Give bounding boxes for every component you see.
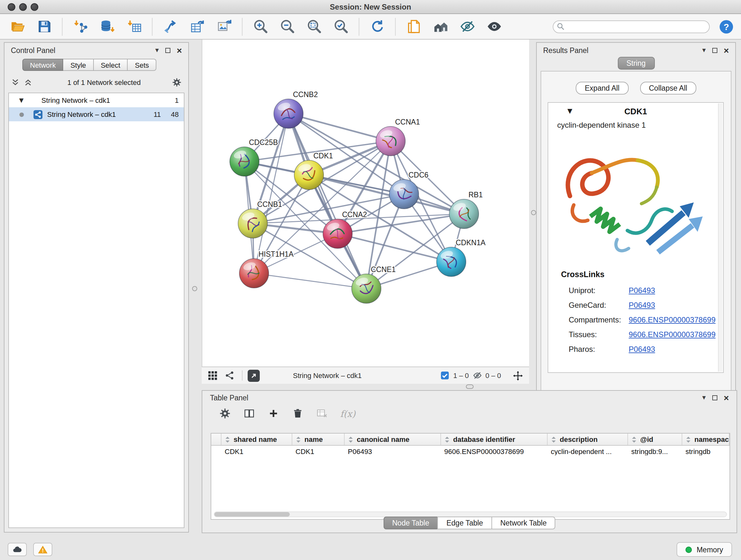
show-details-button[interactable] bbox=[484, 16, 504, 37]
search-input[interactable] bbox=[553, 20, 710, 33]
zoom-selected-button[interactable] bbox=[331, 16, 351, 37]
network-graph[interactable]: CCNB2CCNA1CDC25BCDK1CDC6RB1CCNB1CCNA2CDK… bbox=[202, 40, 530, 367]
hidden-count: 0 – 0 bbox=[485, 372, 501, 379]
network-node-RB1[interactable]: RB1 bbox=[449, 191, 483, 229]
network-view[interactable]: CCNB2CCNA1CDC25BCDK1CDC6RB1CCNB1CCNA2CDK… bbox=[202, 40, 529, 367]
close-window-button[interactable] bbox=[8, 3, 15, 11]
tab-node-table[interactable]: Node Table bbox=[383, 516, 438, 530]
cloud-button[interactable] bbox=[8, 543, 27, 556]
left-splitter-handle[interactable] bbox=[192, 286, 197, 291]
open-session-button[interactable] bbox=[7, 16, 27, 37]
column-header[interactable]: canonical name bbox=[345, 434, 441, 445]
column-header[interactable]: shared name bbox=[221, 434, 292, 445]
network-share-icon[interactable] bbox=[225, 370, 235, 381]
crosslink-value-link[interactable]: P06493 bbox=[629, 300, 655, 309]
crosslink-row: GeneCard:P06493 bbox=[569, 298, 723, 312]
column-header[interactable]: description bbox=[548, 434, 628, 445]
float-panel-icon[interactable] bbox=[165, 48, 171, 53]
card-scrollbar[interactable] bbox=[718, 104, 723, 372]
tab-network-table[interactable]: Network Table bbox=[491, 516, 556, 530]
zoom-fit-button[interactable] bbox=[304, 16, 324, 37]
minimize-window-button[interactable] bbox=[19, 3, 27, 11]
right-splitter-handle[interactable] bbox=[531, 210, 536, 215]
zoom-out-button[interactable] bbox=[277, 16, 297, 37]
network-node-CCNA1[interactable]: CCNA1 bbox=[376, 118, 420, 156]
network-node-CDKN1A[interactable]: CDKN1A bbox=[436, 239, 486, 276]
import-network-file-button[interactable] bbox=[70, 16, 91, 37]
column-header[interactable]: database identifier bbox=[441, 434, 548, 445]
collapse-all-icon[interactable] bbox=[11, 78, 20, 87]
zoom-window-button[interactable] bbox=[30, 3, 38, 11]
close-panel-icon[interactable]: × bbox=[724, 47, 729, 54]
add-column-icon[interactable] bbox=[267, 408, 280, 420]
pan-crosshair-icon[interactable] bbox=[513, 370, 523, 381]
gear-icon[interactable] bbox=[172, 77, 182, 87]
save-session-button[interactable] bbox=[34, 16, 54, 37]
warnings-button[interactable] bbox=[33, 543, 52, 556]
expand-all-icon[interactable] bbox=[23, 78, 32, 87]
network-row[interactable]: ● String Network – cdk1 11 48 bbox=[9, 107, 184, 121]
tab-string[interactable]: String bbox=[617, 57, 655, 70]
column-header[interactable]: namespac bbox=[682, 434, 730, 445]
crosslink-value-link[interactable]: P06493 bbox=[629, 345, 655, 354]
network-collection-row[interactable]: ▼ String Network – cdk1 1 bbox=[9, 93, 184, 107]
column-header[interactable]: name bbox=[292, 434, 345, 445]
card-expander-icon[interactable]: ▼ bbox=[567, 107, 572, 114]
table-row[interactable]: CDK1CDK1P064939606.ENSP00000378699cyclin… bbox=[211, 446, 730, 456]
export-table-button[interactable] bbox=[187, 16, 207, 37]
crosslink-value-link[interactable]: 9606.ENSP00000378699 bbox=[629, 330, 716, 339]
hidden-eye-icon[interactable] bbox=[473, 371, 482, 380]
new-network-from-selection-button[interactable] bbox=[160, 16, 181, 37]
close-panel-icon[interactable]: × bbox=[724, 395, 729, 401]
column-header[interactable]: @id bbox=[628, 434, 682, 445]
import-network-database-button[interactable] bbox=[97, 16, 118, 37]
collection-label: String Network – cdk1 bbox=[42, 97, 110, 104]
tab-network[interactable]: Network bbox=[22, 59, 64, 71]
memory-button[interactable]: Memory bbox=[677, 542, 732, 557]
network-node-CDK1[interactable]: CDK1 bbox=[294, 152, 333, 190]
open-in-new-button[interactable] bbox=[248, 369, 260, 381]
network-node-CCNB2[interactable]: CCNB2 bbox=[274, 90, 318, 128]
float-panel-icon[interactable] bbox=[712, 48, 718, 53]
current-network-name: String Network – cdk1 bbox=[293, 372, 361, 379]
tab-style[interactable]: Style bbox=[64, 59, 94, 71]
delete-column-icon[interactable] bbox=[292, 408, 304, 420]
svg-text:CDKN1A: CDKN1A bbox=[456, 239, 486, 247]
float-panel-icon[interactable] bbox=[712, 395, 718, 400]
scrollbar-thumb[interactable] bbox=[214, 512, 290, 516]
protein-description: cyclin-dependent kinase 1 bbox=[557, 121, 723, 130]
toolbar-separator bbox=[242, 370, 243, 381]
selected-checkbox-icon[interactable] bbox=[441, 371, 449, 380]
horizontal-splitter-handle[interactable] bbox=[466, 384, 474, 389]
import-table-button[interactable] bbox=[124, 16, 144, 37]
toolbar-separator bbox=[395, 17, 396, 36]
memory-label: Memory bbox=[697, 546, 723, 553]
crosslink-value-link[interactable]: 9606.ENSP00000378699 bbox=[629, 315, 716, 324]
network-node-HIST1H1A[interactable]: HIST1H1A bbox=[239, 250, 294, 288]
function-builder-icon: f(x) bbox=[340, 408, 355, 419]
crosslink-value-link[interactable]: P06493 bbox=[629, 286, 655, 295]
panel-menu-icon[interactable]: ▾ bbox=[155, 47, 159, 54]
documents-button[interactable] bbox=[403, 16, 424, 37]
table-settings-gear-icon[interactable] bbox=[219, 408, 231, 420]
delete-table-icon-disabled bbox=[316, 408, 328, 420]
show-columns-icon[interactable] bbox=[243, 408, 255, 420]
tab-select[interactable]: Select bbox=[94, 59, 128, 71]
tree-expander-icon[interactable]: ▼ bbox=[19, 97, 23, 104]
panel-menu-icon[interactable]: ▾ bbox=[702, 395, 706, 401]
expand-all-button[interactable]: Expand All bbox=[576, 82, 629, 95]
apply-preferred-layout-button[interactable] bbox=[367, 16, 387, 37]
help-button[interactable]: ? bbox=[719, 19, 734, 34]
crosslink-row: Compartments:9606.ENSP00000378699 bbox=[569, 312, 723, 327]
houses-icon bbox=[432, 18, 448, 35]
panel-menu-icon[interactable]: ▾ bbox=[702, 47, 706, 54]
tab-edge-table[interactable]: Edge Table bbox=[437, 516, 492, 530]
zoom-in-button[interactable] bbox=[250, 16, 271, 37]
hide-details-button[interactable] bbox=[457, 16, 477, 37]
export-image-button[interactable] bbox=[214, 16, 234, 37]
tab-sets[interactable]: Sets bbox=[128, 59, 157, 71]
grid-view-icon[interactable] bbox=[207, 370, 218, 381]
network-overview-button[interactable] bbox=[430, 16, 451, 37]
collapse-all-button[interactable]: Collapse All bbox=[640, 82, 696, 95]
close-panel-icon[interactable]: × bbox=[177, 47, 182, 54]
